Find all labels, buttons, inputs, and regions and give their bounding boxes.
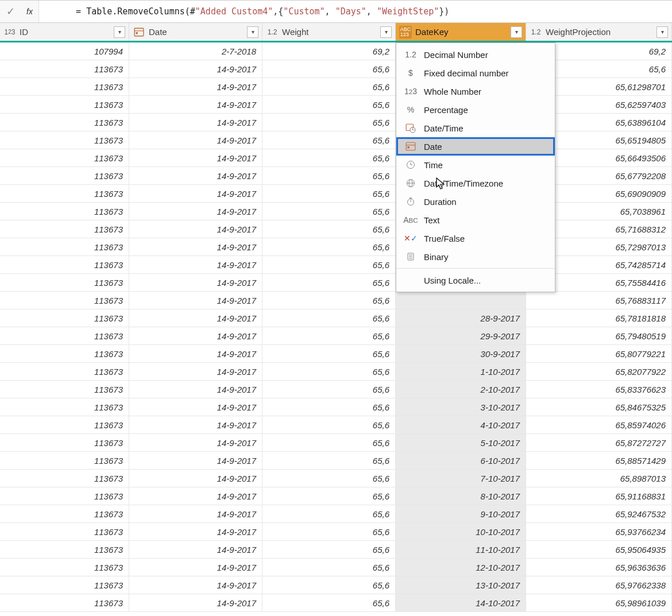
column-header-date[interactable]: Date ▾ [129,23,262,41]
cell-weightprojection[interactable]: 65,83376623 [526,381,672,398]
column-header-id[interactable]: 123 ID ▾ [0,23,129,41]
cell-id[interactable]: 113673 [0,576,129,594]
cell-id[interactable]: 113673 [0,238,129,255]
cell-weight[interactable]: 65,6 [262,309,396,327]
cell-date[interactable]: 14-9-2017 [129,487,262,505]
cell-weight[interactable]: 65,6 [262,452,396,469]
table-row[interactable]: 11367314-9-201765,665,75584416 [0,274,672,292]
cell-datekey[interactable]: 2-10-2017 [396,381,526,398]
table-row[interactable]: 11367314-9-201765,665,69090909 [0,185,672,203]
table-row[interactable]: 11367314-9-201765,613-10-201765,97662338 [0,576,672,594]
cell-date[interactable]: 14-9-2017 [129,470,262,487]
cell-date[interactable]: 14-9-2017 [129,238,262,255]
cell-id[interactable]: 113673 [0,203,129,220]
table-row[interactable]: 11367314-9-201765,665,71688312 [0,220,672,238]
cell-date[interactable]: 14-9-2017 [129,131,262,149]
cell-weightprojection[interactable]: 65,82077922 [526,363,672,380]
table-row[interactable]: 11367314-9-201765,612-10-201765,96363636 [0,559,672,576]
table-row[interactable]: 11367314-9-201765,66-10-201765,88571429 [0,452,672,470]
cell-datekey[interactable]: 11-10-2017 [396,541,526,558]
cell-datekey[interactable]: 9-10-2017 [396,505,526,522]
cell-datekey[interactable]: 14-10-2017 [396,594,526,611]
table-row[interactable]: 11367314-9-201765,665,65194805 [0,131,672,149]
filter-dropdown-icon[interactable]: ▾ [656,26,668,38]
cell-weightprojection[interactable]: 65,93766234 [526,523,672,540]
cell-datekey[interactable]: 1-10-2017 [396,363,526,380]
menu-item-datetimezone[interactable]: Date/Time/Timezone [396,174,555,192]
menu-item-text[interactable]: ABC Text [396,211,555,229]
cell-weight[interactable]: 65,6 [262,523,396,540]
cell-datekey[interactable]: 7-10-2017 [396,470,526,487]
cell-datekey[interactable]: 6-10-2017 [396,452,526,469]
cell-id[interactable]: 113673 [0,309,129,327]
cell-id[interactable]: 113673 [0,327,129,344]
column-header-weightprojection[interactable]: 1.2 WeightProjection ▾ [526,23,672,41]
menu-item-datetime[interactable]: Date/Time [396,119,555,137]
cell-date[interactable]: 14-9-2017 [129,381,262,398]
cell-weight[interactable]: 65,6 [262,96,396,113]
cell-id[interactable]: 107994 [0,42,129,60]
cell-id[interactable]: 113673 [0,185,129,202]
cell-weight[interactable]: 65,6 [262,416,396,433]
column-header-datekey[interactable]: ABC123 DateKey ▾ [396,23,526,41]
cell-date[interactable]: 14-9-2017 [129,96,262,113]
cell-datekey[interactable]: 5-10-2017 [396,434,526,451]
cell-date[interactable]: 14-9-2017 [129,203,262,220]
table-row[interactable]: 11367314-9-201765,614-10-201765,98961039 [0,594,672,612]
table-row[interactable]: 11367314-9-201765,65-10-201765,87272727 [0,434,672,452]
cell-id[interactable]: 113673 [0,594,129,611]
cell-id[interactable]: 113673 [0,60,129,78]
cell-weightprojection[interactable]: 65,76883117 [526,292,672,309]
cell-weight[interactable]: 65,6 [262,559,396,576]
cell-id[interactable]: 113673 [0,345,129,362]
table-row[interactable]: 11367314-9-201765,67-10-201765,8987013 [0,470,672,487]
cell-date[interactable]: 14-9-2017 [129,594,262,611]
cell-datekey[interactable]: 29-9-2017 [396,327,526,344]
cell-id[interactable]: 113673 [0,167,129,184]
cell-date[interactable]: 14-9-2017 [129,114,262,131]
table-row[interactable]: 11367314-9-201765,665,67792208 [0,167,672,185]
cell-weight[interactable]: 65,6 [262,274,396,291]
int-type-icon[interactable]: 123 [3,26,16,38]
cell-weight[interactable]: 65,6 [262,505,396,522]
cell-date[interactable]: 14-9-2017 [129,576,262,594]
table-row[interactable]: 11367314-9-201765,665,74285714 [0,256,672,274]
cell-id[interactable]: 113673 [0,381,129,398]
cell-weight[interactable]: 65,6 [262,434,396,451]
table-row[interactable]: 11367314-9-201765,628-9-201765,78181818 [0,309,672,327]
table-row[interactable]: 11367314-9-201765,665,66493506 [0,149,672,167]
cell-datekey[interactable]: 3-10-2017 [396,398,526,416]
cell-weight[interactable]: 65,6 [262,149,396,166]
cell-id[interactable]: 113673 [0,470,129,487]
cell-date[interactable]: 14-9-2017 [129,523,262,540]
cell-id[interactable]: 113673 [0,398,129,416]
cell-id[interactable]: 113673 [0,114,129,131]
cell-date[interactable]: 14-9-2017 [129,185,262,202]
cell-id[interactable]: 113673 [0,523,129,540]
cell-weight[interactable]: 65,6 [262,256,396,273]
cell-datekey[interactable]: 30-9-2017 [396,345,526,362]
cell-weight[interactable]: 65,6 [262,398,396,416]
menu-item-decimal[interactable]: 1.2 Decimal Number [396,45,555,64]
cell-date[interactable]: 14-9-2017 [129,274,262,291]
cell-datekey[interactable] [396,292,526,309]
cell-date[interactable]: 2-7-2018 [129,42,262,60]
cell-weight[interactable]: 65,6 [262,345,396,362]
cell-date[interactable]: 14-9-2017 [129,167,262,184]
cell-weight[interactable]: 65,6 [262,363,396,380]
menu-item-duration[interactable]: Duration [396,192,555,211]
table-row[interactable]: 11367314-9-201765,611-10-201765,95064935 [0,541,672,559]
cell-id[interactable]: 113673 [0,274,129,291]
cell-date[interactable]: 14-9-2017 [129,559,262,576]
filter-dropdown-icon[interactable]: ▾ [380,26,392,38]
table-row[interactable]: 11367314-9-201765,68-10-201765,91168831 [0,487,672,505]
cell-date[interactable]: 14-9-2017 [129,309,262,327]
cell-date[interactable]: 14-9-2017 [129,256,262,273]
cell-date[interactable]: 14-9-2017 [129,398,262,416]
cell-id[interactable]: 113673 [0,96,129,113]
cell-weight[interactable]: 65,6 [262,167,396,184]
cell-date[interactable]: 14-9-2017 [129,327,262,344]
table-row[interactable]: 11367314-9-201765,665,76883117 [0,292,672,309]
cell-weight[interactable]: 65,6 [262,220,396,238]
cell-weightprojection[interactable]: 65,88571429 [526,452,672,469]
